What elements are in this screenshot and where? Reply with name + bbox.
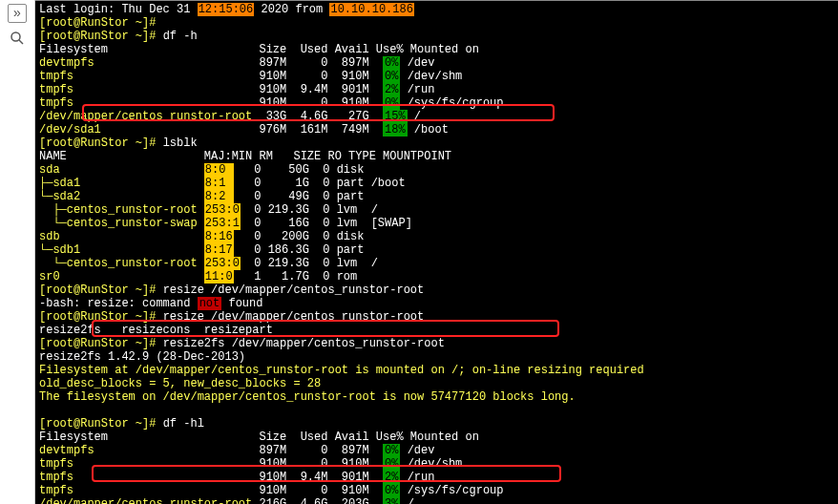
terminal-line: NAME MAJ:MIN RM SIZE RO TYPE MOUNTPOINT [39, 150, 834, 163]
terminal-line: Filesystem Size Used Avail Use% Mounted … [39, 43, 834, 56]
lsblk-row: sdb 8:16 0 200G 0 disk [39, 230, 834, 243]
chevron-right-icon[interactable]: » [8, 4, 27, 23]
df-row: /dev/sda1 976M 161M 749M 18% /boot [39, 123, 834, 136]
terminal-line [39, 404, 834, 417]
terminal-line: The filesystem on /dev/mapper/centos_run… [39, 390, 834, 404]
lsblk-row: ├─sda1 8:1 0 1G 0 part /boot [39, 177, 834, 190]
df-row: tmpfs 910M 9.4M 901M 2% /run [39, 471, 834, 484]
df-row: tmpfs 910M 0 910M 0% /dev/shm [39, 70, 834, 83]
terminal-line: [root@RunStor ~]# df -h [39, 30, 834, 43]
terminal-line: resize2fs resizecons resizepart [39, 324, 834, 337]
svg-point-0 [11, 32, 20, 41]
df-row: tmpfs 910M 9.4M 901M 2% /run [39, 83, 834, 96]
lsblk-row: └─sda2 8:2 0 49G 0 part [39, 190, 834, 203]
df-row: tmpfs 910M 0 910M 0% /dev/shm [39, 457, 834, 471]
terminal-line: Filesystem Size Used Avail Use% Mounted … [39, 430, 834, 444]
lsblk-row: sr0 11:0 1 1.7G 0 rom [39, 270, 834, 284]
left-toolbar: » [0, 0, 35, 504]
lsblk-row: ├─centos_runstor-root 253:0 0 219.3G 0 l… [39, 203, 834, 217]
terminal-line: old_desc_blocks = 5, new_desc_blocks = 2… [39, 377, 834, 390]
df-row: devtmpfs 897M 0 897M 0% /dev [39, 444, 834, 457]
terminal-line: [root@RunStor ~]# resize /dev/mapper/cen… [39, 310, 834, 324]
terminal-line: [root@RunStor ~]# df -hl [39, 417, 834, 430]
terminal-output[interactable]: Last login: Thu Dec 31 12:15:06 2020 fro… [35, 0, 838, 504]
df-row: devtmpfs 897M 0 897M 0% /dev [39, 56, 834, 70]
lsblk-row: sda 8:0 0 50G 0 disk [39, 163, 834, 177]
terminal-line: [root@RunStor ~]# [39, 16, 834, 30]
terminal-line: [root@RunStor ~]# resize /dev/mapper/cen… [39, 284, 834, 297]
lsblk-row: └─centos_runstor-root 253:0 0 219.3G 0 l… [39, 257, 834, 270]
df-row: tmpfs 910M 0 910M 0% /sys/fs/cgroup [39, 96, 834, 110]
terminal-line: -bash: resize: command not found [39, 297, 834, 310]
terminal-line: [root@RunStor ~]# lsblk [39, 136, 834, 150]
lsblk-row: └─centos_runstor-swap 253:1 0 16G 0 lvm … [39, 217, 834, 230]
terminal-line: resize2fs 1.42.9 (28-Dec-2013) [39, 350, 834, 364]
df-row: tmpfs 910M 0 910M 0% /sys/fs/cgroup [39, 484, 834, 497]
terminal-line: Last login: Thu Dec 31 12:15:06 2020 fro… [39, 3, 834, 16]
lsblk-row: └─sdb1 8:17 0 186.3G 0 part [39, 243, 834, 257]
svg-line-1 [19, 40, 23, 44]
df-row: /dev/mapper/centos_runstor-root 216G 4.6… [39, 497, 834, 504]
terminal-line: [root@RunStor ~]# resize2fs /dev/mapper/… [39, 337, 834, 350]
df-row: /dev/mapper/centos_runstor-root 33G 4.6G… [39, 110, 834, 123]
terminal-line: Filesystem at /dev/mapper/centos_runstor… [39, 364, 834, 377]
search-icon[interactable] [8, 29, 27, 48]
